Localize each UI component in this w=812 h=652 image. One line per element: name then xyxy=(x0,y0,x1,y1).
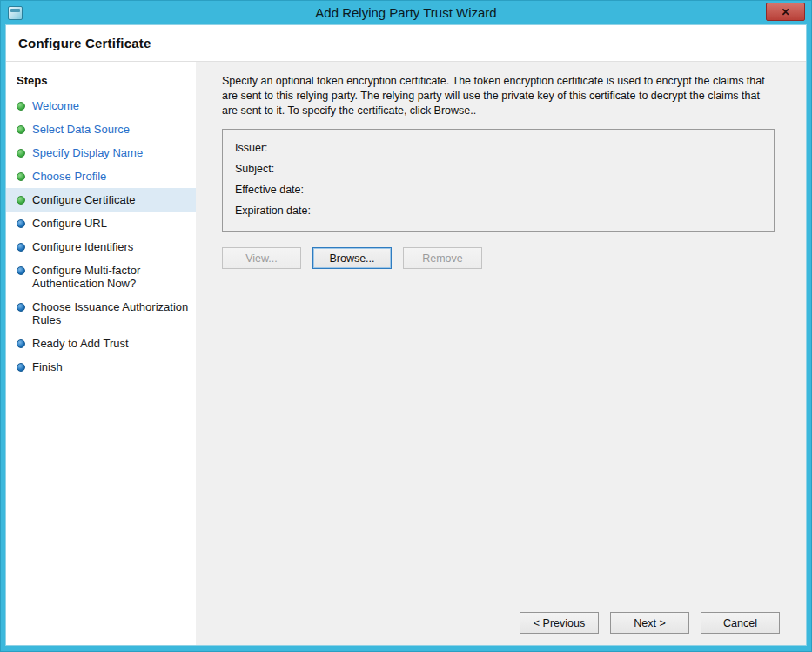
main-area: Steps Welcome Select Data Source Specify… xyxy=(6,62,806,645)
step-label: Configure Identifiers xyxy=(32,240,133,253)
sidebar-step-configure-mfa: Configure Multi-factor Authentication No… xyxy=(6,259,196,295)
sidebar-step-specify-display-name[interactable]: Specify Display Name xyxy=(6,141,196,165)
browse-button[interactable]: Browse... xyxy=(312,247,392,269)
cancel-button[interactable]: Cancel xyxy=(701,612,780,634)
step-current-bullet-icon xyxy=(17,196,25,205)
certificate-effective-date-label: Effective date: xyxy=(235,179,762,200)
page-header: Configure Certificate xyxy=(6,25,806,62)
step-label: Specify Display Name xyxy=(32,146,143,159)
sidebar-step-finish: Finish xyxy=(6,355,196,379)
step-label: Choose Profile xyxy=(32,170,106,183)
step-upcoming-bullet-icon xyxy=(17,243,25,252)
instruction-text: Specify an optional token encryption cer… xyxy=(222,74,775,118)
step-upcoming-bullet-icon xyxy=(17,363,25,372)
step-label: Configure URL xyxy=(32,217,107,230)
sidebar-step-choose-profile[interactable]: Choose Profile xyxy=(6,165,196,188)
window-title: Add Relying Party Trust Wizard xyxy=(5,5,807,20)
certificate-subject-label: Subject: xyxy=(235,158,762,179)
sidebar-step-configure-identifiers: Configure Identifiers xyxy=(6,235,196,259)
next-button[interactable]: Next > xyxy=(610,612,689,634)
view-button[interactable]: View... xyxy=(222,247,301,269)
certificate-issuer-label: Issuer: xyxy=(235,138,762,158)
sidebar-step-select-data-source[interactable]: Select Data Source xyxy=(6,118,196,141)
close-icon: ✕ xyxy=(781,6,789,18)
certificate-expiration-date-label: Expiration date: xyxy=(235,200,762,221)
previous-button[interactable]: < Previous xyxy=(520,612,599,634)
step-upcoming-bullet-icon xyxy=(17,303,25,312)
sidebar-step-issuance-authorization-rules: Choose Issuance Authorization Rules xyxy=(6,295,196,332)
step-label: Finish xyxy=(32,360,63,373)
step-done-bullet-icon xyxy=(17,149,25,158)
wizard-footer: < Previous Next > Cancel xyxy=(196,602,806,645)
step-upcoming-bullet-icon xyxy=(17,339,25,348)
titlebar: Add Relying Party Trust Wizard ✕ xyxy=(5,1,807,24)
sidebar-step-welcome[interactable]: Welcome xyxy=(6,94,196,118)
step-done-bullet-icon xyxy=(17,172,25,181)
sidebar-step-configure-url: Configure URL xyxy=(6,212,196,235)
certificate-details-box: Issuer: Subject: Effective date: Expirat… xyxy=(222,129,775,232)
step-label: Select Data Source xyxy=(32,123,130,136)
step-upcoming-bullet-icon xyxy=(17,266,25,275)
wizard-window: Add Relying Party Trust Wizard ✕ Configu… xyxy=(0,0,812,652)
certificate-actions: View... Browse... Remove xyxy=(222,247,775,269)
step-label: Configure Multi-factor Authentication No… xyxy=(32,264,191,290)
remove-button[interactable]: Remove xyxy=(403,247,482,269)
steps-heading: Steps xyxy=(6,71,196,94)
step-done-bullet-icon xyxy=(17,125,25,134)
content-body: Specify an optional token encryption cer… xyxy=(196,62,806,602)
steps-sidebar: Steps Welcome Select Data Source Specify… xyxy=(6,62,196,645)
window-frame: Configure Certificate Steps Welcome Sele… xyxy=(5,24,807,646)
close-button[interactable]: ✕ xyxy=(766,3,805,21)
step-label: Ready to Add Trust xyxy=(32,337,129,350)
step-upcoming-bullet-icon xyxy=(17,219,25,228)
page-title: Configure Certificate xyxy=(18,36,151,50)
content-area: Specify an optional token encryption cer… xyxy=(196,62,806,645)
step-label: Welcome xyxy=(32,99,79,112)
step-label: Choose Issuance Authorization Rules xyxy=(32,300,191,326)
sidebar-step-ready-to-add-trust: Ready to Add Trust xyxy=(6,332,196,355)
step-done-bullet-icon xyxy=(17,102,25,111)
sidebar-step-configure-certificate: Configure Certificate xyxy=(6,188,196,212)
step-label: Configure Certificate xyxy=(32,193,136,206)
